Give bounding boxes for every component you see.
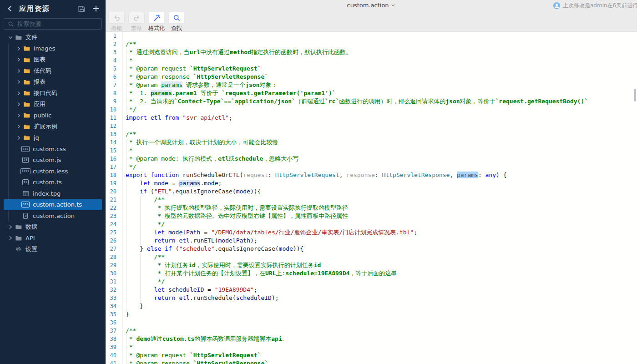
code-line-content[interactable]: if ("ETL".equalsIgnoreCase(mode)){ <box>123 187 261 196</box>
folder-gray-icon <box>15 34 22 41</box>
find-icon <box>168 12 185 24</box>
tree-item-custom-js[interactable]: JScustom.js <box>4 155 102 166</box>
chevron-right-icon[interactable] <box>15 68 22 74</box>
code-line-content[interactable]: /** <box>123 40 136 48</box>
chevron-down-icon <box>391 3 396 8</box>
code-line-content[interactable]: * 2. 当请求的`Contect-Type`==`application/js… <box>123 97 588 106</box>
tree-item-custom-less[interactable]: lesscustom.less <box>4 166 102 177</box>
format-button[interactable]: 格式化 <box>148 12 165 32</box>
code-line: 10 */ <box>106 106 637 114</box>
save-icon[interactable] <box>77 5 86 13</box>
code-line-content[interactable]: /** <box>123 253 165 261</box>
tree-item-jq[interactable]: jq <box>4 132 102 144</box>
code-line-content[interactable]: return etl.runETL(modelPath); <box>123 237 258 245</box>
code-line-content[interactable]: * 执行一个调度计划，取决于计划的大小，可能会比较慢 <box>123 138 278 147</box>
code-line-content[interactable]: /** <box>123 196 165 204</box>
chevron-right-icon[interactable] <box>7 235 14 241</box>
code-line-content[interactable]: } <box>123 302 143 310</box>
chevron-right-icon[interactable] <box>7 224 14 230</box>
code-line-content[interactable]: */ <box>123 220 165 228</box>
code-line-content[interactable] <box>123 122 126 130</box>
chevron-right-icon[interactable] <box>15 90 22 96</box>
code-line-content[interactable]: } else if ("schedule".equalsIgnoreCase(m… <box>123 245 303 253</box>
editor-toolbar: 撤销重做格式化查找 <box>108 12 185 32</box>
code-line-content[interactable]: */ <box>123 278 165 286</box>
tree-item-custom-action[interactable]: acustom.action <box>4 210 102 222</box>
code-line-content[interactable]: * demo通过custom.ts的脚本函数调用服务器端脚本api。 <box>123 335 288 343</box>
code-line-content[interactable]: * 执行提取的模型路径，实际使用时，需要设置实际执行提取的模型路径 <box>123 204 348 212</box>
code-line-content[interactable]: } <box>123 310 129 318</box>
code-line-content[interactable]: /** <box>123 327 136 335</box>
tree-item-images[interactable]: images <box>4 43 102 55</box>
chevron-right-icon[interactable] <box>15 79 22 85</box>
tree-item-files-root[interactable]: 文件 <box>4 32 102 43</box>
chevron-down-icon[interactable] <box>7 34 14 40</box>
tree-item-reports[interactable]: 报表 <box>4 76 102 88</box>
code-line: 13/** <box>106 130 637 138</box>
code-line-content[interactable]: * <box>123 343 133 351</box>
code-line-content[interactable]: * <box>123 56 133 65</box>
line-number: 41 <box>106 359 123 364</box>
line-number: 35 <box>106 310 123 318</box>
tree-item-public[interactable]: public <box>4 110 102 121</box>
code-line-content[interactable]: * @param request `HttpServletRequest` <box>123 65 261 73</box>
code-line-content[interactable]: * @param response `HttpServletResponse` <box>123 359 268 364</box>
code-line-content[interactable]: * 模型的元数据路径。选中对应模型右键【属性】，属性面板中路径属性 <box>123 212 348 220</box>
code-line-content[interactable] <box>123 318 126 327</box>
file-selector-dropdown[interactable]: custom.action <box>347 2 395 9</box>
tree-item-index-tpg[interactable]: index.tpg <box>4 188 102 199</box>
code-line-content[interactable]: import etl from "svr-api/etl"; <box>123 114 233 122</box>
tree-item-lowcode[interactable]: 低代码 <box>4 66 102 77</box>
chevron-right-icon[interactable] <box>15 112 22 119</box>
code-line-content[interactable]: * @param request `HttpServletRequest` <box>123 351 261 359</box>
line-number: 10 <box>106 106 123 114</box>
tree-item-charts[interactable]: 图表 <box>4 54 102 66</box>
chevron-right-icon[interactable] <box>15 56 22 63</box>
chevron-right-icon[interactable] <box>15 101 22 107</box>
tree-item-ext-samples[interactable]: 扩展示例 <box>4 121 102 132</box>
code-line-content[interactable]: let mode = params.mode; <box>123 179 222 187</box>
code-line-content[interactable]: * @param response `HttpServletResponse` <box>123 73 268 81</box>
code-line-content[interactable]: let scheduleID = "19EA899D4"; <box>123 286 258 294</box>
line-number: 33 <box>106 294 123 302</box>
code-line: 29 * 计划任务id，实际使用时，需要设置实际执行的计划任务id <box>106 261 637 269</box>
tree-item-custom-ts[interactable]: tscustom.ts <box>4 177 102 188</box>
sidebar-title: 应用资源 <box>19 5 77 13</box>
tree-item-apps[interactable]: 应用 <box>4 99 102 110</box>
chevron-right-icon[interactable] <box>15 123 22 130</box>
tree-item-api[interactable]: API <box>4 233 102 244</box>
code-line: 8 * 1. params.param1 等价于 `request.getPar… <box>106 89 637 97</box>
search-box <box>4 18 102 30</box>
code-line-content[interactable]: let modelPath = "/DEMO/data/tables/行业/服饰… <box>123 228 417 237</box>
code-line-content[interactable]: return etl.runSchedule(scheduleID); <box>123 294 279 302</box>
tree-item-settings[interactable]: 设置 <box>4 244 102 255</box>
code-line-content[interactable]: */ <box>123 106 136 114</box>
code-line-content[interactable]: * 计划任务id，实际使用时，需要设置实际执行的计划任务id <box>123 261 321 269</box>
undo-button[interactable]: 撤销 <box>108 12 125 32</box>
code-line-content[interactable]: * 通过浏览器访问，当url中没有通过method指定执行的函数时，默认执行此函… <box>123 48 352 56</box>
code-line-content[interactable]: /** <box>123 130 136 138</box>
code-line-content[interactable]: * <box>123 147 133 155</box>
code-line: 5 * @param request `HttpServletRequest` <box>106 65 637 73</box>
code-line-content[interactable]: */ <box>123 163 136 171</box>
find-button[interactable]: 查找 <box>168 12 185 32</box>
tree-item-api-code[interactable]: 接口代码 <box>4 88 102 99</box>
code-line-content[interactable]: export function runScheduleOrETL(request… <box>123 171 507 179</box>
search-input[interactable] <box>17 20 90 27</box>
add-icon[interactable] <box>92 5 100 13</box>
redo-button[interactable]: 重做 <box>128 12 145 32</box>
code-line: 33 return etl.runSchedule(scheduleID); <box>106 294 637 302</box>
chevron-right-icon[interactable] <box>15 46 22 52</box>
back-icon[interactable] <box>6 4 15 13</box>
code-line-content[interactable]: * 1. params.param1 等价于 `request.getParam… <box>123 89 336 97</box>
chevron-right-icon[interactable] <box>15 135 22 141</box>
tree-item-data[interactable]: 数据 <box>4 222 102 233</box>
code-editor[interactable]: 12/**3 * 通过浏览器访问，当url中没有通过method指定执行的函数时… <box>106 32 637 364</box>
tree-item-custom-css[interactable]: csscustom.css <box>4 143 102 155</box>
tree-item-custom-action-ts[interactable]: atscustom.action.ts <box>4 199 102 211</box>
code-line-content[interactable]: * @param params 请求参数，通常是一个json对象： <box>123 81 277 89</box>
code-line-content[interactable]: * @param mode: 执行的模式，etl或schedule，忽略大小写 <box>123 155 298 163</box>
tree-item-label: custom.action <box>33 212 75 219</box>
code-line-content[interactable]: * 打开某个计划任务的【计划设置】，在URL上:schedule=19EA899… <box>123 269 397 278</box>
code-line-content[interactable] <box>123 32 126 40</box>
